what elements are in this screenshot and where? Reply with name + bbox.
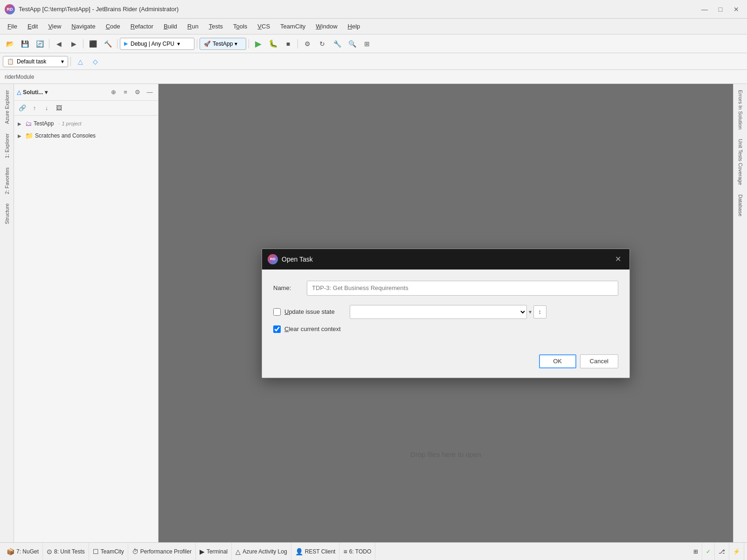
sidebar-tab-explorer[interactable]: 1: Explorer (2, 130, 12, 162)
name-input[interactable] (307, 281, 618, 296)
teamcity-icon: ☐ (93, 548, 99, 555)
up-btn[interactable]: ↑ (29, 103, 40, 114)
menu-code[interactable]: Code (101, 21, 125, 32)
settings-panel-btn[interactable]: ⚙ (132, 87, 143, 98)
settings-btn2[interactable]: ↻ (315, 37, 329, 50)
status-extra[interactable]: ⚡ (729, 543, 744, 560)
menu-file[interactable]: File (3, 21, 22, 32)
right-tab-errors[interactable]: Errors In Solution (736, 86, 745, 133)
run-button[interactable]: ▶ (251, 37, 265, 50)
ok-button[interactable]: OK (539, 354, 576, 368)
save-btn[interactable]: 💾 (18, 37, 32, 50)
menu-build[interactable]: Build (159, 21, 182, 32)
sync-btn[interactable]: 🔄 (33, 37, 47, 50)
rest-client-label: REST Client (305, 548, 336, 555)
right-tab-database[interactable]: Database (736, 191, 745, 220)
image-btn[interactable]: 🖼 (53, 103, 64, 114)
search-btn[interactable]: 🔍 (345, 37, 359, 50)
settings-btn1[interactable]: ⚙ (300, 37, 314, 50)
status-nuget[interactable]: 📦 7: NuGet (3, 543, 43, 560)
down-btn[interactable]: ↓ (41, 103, 52, 114)
dialog-body: Name: Update issue state ▾ (262, 270, 629, 349)
maximize-button[interactable]: □ (714, 3, 726, 15)
status-rest-client[interactable]: 👤 REST Client (291, 543, 340, 560)
menu-vcs[interactable]: VCS (253, 21, 275, 32)
status-line-col[interactable]: ⊞ (690, 543, 702, 560)
status-azure-log[interactable]: △ Azure Activity Log (232, 543, 291, 560)
menu-tools[interactable]: Tools (228, 21, 252, 32)
debug-config-label: Debug | Any CPU (131, 41, 174, 47)
menu-edit[interactable]: Edit (23, 21, 42, 32)
update-issue-label[interactable]: Update issue state (284, 308, 335, 315)
status-unit-tests[interactable]: ⊙ 8: Unit Tests (43, 543, 89, 560)
sort-button[interactable]: ↕ (533, 305, 546, 318)
close-panel-btn[interactable]: — (144, 87, 155, 98)
back-btn[interactable]: ◀ (52, 37, 66, 50)
clear-context-checkbox[interactable] (273, 325, 281, 333)
titlebar: RD TestApp [C:\temp\TestApp] - JetBrains… (0, 0, 747, 19)
debug-button[interactable]: 🐛 (266, 37, 280, 50)
sidebar-tab-favorites[interactable]: 2: Favorites (2, 164, 12, 198)
sidebar-tab-azure[interactable]: Azure Explorer (2, 86, 12, 128)
app-icon: 🚀 (204, 41, 211, 47)
status-profiler[interactable]: ⏱ Performance Profiler (128, 543, 196, 560)
grid-btn[interactable]: ⊞ (360, 37, 374, 50)
app-dropdown[interactable]: 🚀 TestApp ▾ (200, 38, 246, 50)
window-controls: — □ ✕ (699, 3, 742, 15)
hammer-btn[interactable]: 🔨 (101, 37, 115, 50)
close-button[interactable]: ✕ (730, 3, 742, 15)
name-row: Name: (273, 281, 618, 296)
menu-tests[interactable]: Tests (204, 21, 228, 32)
add-btn[interactable]: ⊕ (108, 87, 119, 98)
dialog-titlebar: RD Open Task ✕ (262, 249, 629, 270)
status-teamcity[interactable]: ☐ TeamCity (89, 543, 128, 560)
debug-config-dropdown[interactable]: ▶ Debug | Any CPU ▾ (120, 38, 194, 50)
clear-context-label[interactable]: Clear current context (284, 325, 341, 332)
status-vcs[interactable]: ⎇ (715, 543, 729, 560)
forward-btn[interactable]: ▶ (67, 37, 81, 50)
wrench-btn[interactable]: 🔧 (330, 37, 344, 50)
open-task-dialog: RD Open Task ✕ Name: Up (262, 249, 630, 378)
menu-refactor[interactable]: Refactor (126, 21, 158, 32)
error-icon: ⚡ (733, 548, 740, 555)
sidebar-tab-structure[interactable]: Structure (2, 200, 12, 228)
task-dropdown[interactable]: 📋 Default task ▾ (3, 56, 68, 67)
status-terminal[interactable]: ▶ Terminal (196, 543, 232, 560)
azure-log-label: Azure Activity Log (242, 548, 287, 555)
tree-scratches[interactable]: ▶ 📁 Scratches and Consoles (14, 130, 158, 142)
right-tab-unit-tests[interactable]: Unit Tests Coverage (736, 135, 745, 189)
toolbar: 📂 💾 🔄 ◀ ▶ ⬛ 🔨 ▶ Debug | Any CPU ▾ 🚀 Test… (0, 35, 747, 53)
menu-window[interactable]: Window (311, 21, 342, 32)
content-area: Drop files here to open RD Open Task ✕ N… (159, 84, 733, 542)
update-issue-checkbox[interactable] (273, 308, 281, 316)
menu-help[interactable]: Help (343, 21, 365, 32)
sep4 (197, 39, 197, 48)
stop-button[interactable]: ■ (281, 37, 295, 50)
tree-testapp[interactable]: ▶ 🗂 TestApp · 1 project (14, 118, 158, 130)
status-check[interactable]: ✓ (702, 543, 715, 560)
teamcity-btn[interactable]: △ (73, 55, 87, 68)
menu-teamcity[interactable]: TeamCity (276, 21, 310, 32)
dialog-footer: OK Cancel (262, 349, 629, 378)
open-folder-btn[interactable]: 📂 (3, 37, 17, 50)
toolbar2: 📋 Default task ▾ △ ◇ (0, 53, 747, 70)
testapp-icon: 🗂 (25, 120, 32, 127)
build-btn[interactable]: ⬛ (86, 37, 100, 50)
link-btn[interactable]: 🔗 (17, 103, 28, 114)
collapse-btn[interactable]: ≡ (120, 87, 131, 98)
nuget-label: 7: NuGet (16, 548, 39, 555)
debug-dropdown-arrow: ▾ (177, 41, 180, 47)
menu-navigate[interactable]: Navigate (67, 21, 100, 32)
azure-btn[interactable]: ◇ (88, 55, 102, 68)
menu-run[interactable]: Run (183, 21, 203, 32)
menu-view[interactable]: View (43, 21, 66, 32)
sep2 (83, 39, 83, 48)
module-name: riderModule (5, 74, 34, 80)
minimize-button[interactable]: — (699, 3, 711, 15)
status-todo[interactable]: ≡ 6: TODO (339, 543, 375, 560)
state-select-row: ▾ ↕ (350, 305, 546, 319)
dialog-close-button[interactable]: ✕ (612, 253, 624, 265)
cancel-button[interactable]: Cancel (580, 354, 618, 368)
vcs-icon: ⎇ (719, 548, 725, 555)
state-dropdown[interactable] (350, 305, 527, 319)
